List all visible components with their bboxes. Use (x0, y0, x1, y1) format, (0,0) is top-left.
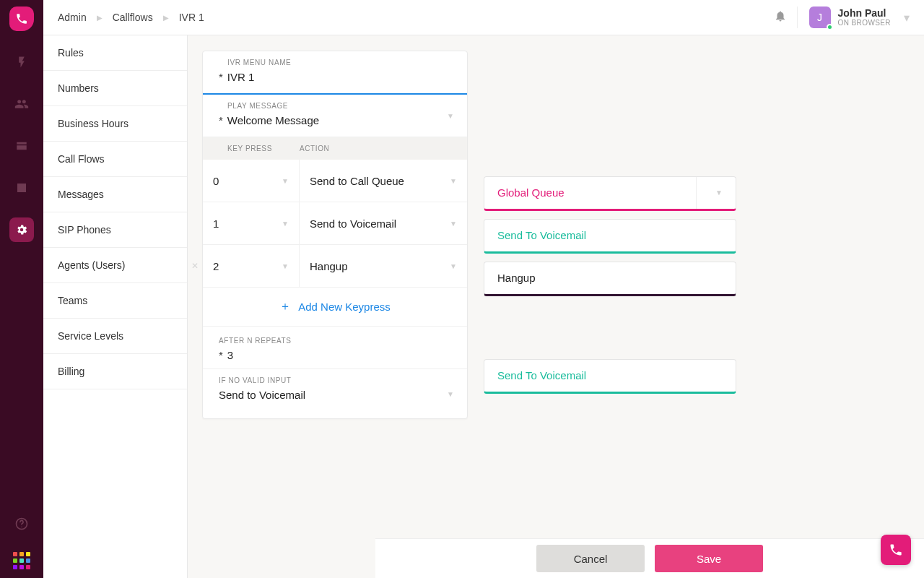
save-button[interactable]: Save (655, 545, 763, 572)
sidebar-item-call-flows[interactable]: Call Flows (43, 142, 187, 177)
add-keypress-button[interactable]: ＋ Add New Keypress (203, 288, 467, 327)
keypress-rows: 0▼ Send to Call Queue▼ 1▼ Send to Voicem… (203, 160, 467, 288)
chevron-right-icon: ▶ (97, 14, 103, 22)
avatar: J (809, 7, 831, 28)
sidebar-item-teams[interactable]: Teams (43, 283, 187, 319)
chevron-down-icon: ▼ (443, 220, 457, 228)
keypress-action-select[interactable]: Send to Voicemail▼ (300, 202, 467, 244)
presence-indicator (827, 24, 833, 30)
node-hangup[interactable]: Hangup (484, 262, 736, 296)
card-icon[interactable] (9, 134, 34, 158)
apps-icon[interactable] (13, 552, 30, 569)
plus-icon: ＋ (279, 299, 291, 314)
no-valid-input-label: IF NO VALID INPUT (219, 376, 451, 384)
user-status: ON BROWSER (838, 19, 891, 27)
keypress-action-select[interactable]: Send to Call Queue▼ (300, 160, 467, 202)
after-repeats-value: 3 (227, 349, 233, 361)
help-icon[interactable] (9, 512, 34, 536)
breadcrumb-current: IVR 1 (179, 12, 204, 23)
user-menu[interactable]: J John Paul ON BROWSER ▾ (797, 7, 910, 28)
remove-row-icon[interactable]: ✕ (191, 261, 199, 271)
breadcrumb: Admin ▶ Callflows ▶ IVR 1 (58, 12, 204, 23)
flash-icon[interactable] (9, 50, 34, 74)
people-icon[interactable] (9, 92, 34, 116)
footer-bar: Cancel Save (375, 538, 924, 578)
chevron-down-icon: ▼ (715, 189, 723, 197)
svg-point-1 (21, 527, 22, 527)
settings-sidebar: Rules Numbers Business Hours Call Flows … (43, 0, 188, 578)
sidebar-item-billing[interactable]: Billing (43, 354, 187, 389)
no-valid-input-value: Send to Voicemail (219, 389, 305, 401)
chevron-down-icon: ▼ (447, 112, 454, 120)
ivr-card: IVR MENU NAME *IVR 1 PLAY MESSAGE *Welco… (202, 51, 468, 419)
sidebar-item-messages[interactable]: Messages (43, 177, 187, 212)
node-voicemail-fallback[interactable]: Send To Voicemail (484, 359, 736, 394)
keypress-row: 0▼ Send to Call Queue▼ (203, 160, 467, 202)
notifications-icon[interactable] (774, 9, 787, 25)
ivr-name-label: IVR MENU NAME (227, 59, 451, 66)
dialer-fab[interactable] (881, 535, 911, 565)
sidebar-item-business-hours[interactable]: Business Hours (43, 106, 187, 142)
chevron-down-icon: ▼ (274, 177, 289, 185)
after-repeats-label: AFTER N REPEATS (219, 337, 451, 345)
settings-icon[interactable] (9, 217, 34, 242)
keypress-key-select[interactable]: 2▼ (203, 245, 300, 287)
keypress-key-select[interactable]: 0▼ (203, 160, 300, 202)
keypress-row: 1▼ Send to Voicemail▼ (203, 202, 467, 245)
sidebar-item-sip-phones[interactable]: SIP Phones (43, 212, 187, 248)
sidebar-item-agents[interactable]: Agents (Users) (43, 248, 187, 283)
chevron-down-icon: ▼ (274, 262, 289, 270)
keypress-action-select[interactable]: Hangup▼ (300, 245, 467, 287)
breadcrumb-admin[interactable]: Admin (58, 12, 87, 23)
chevron-right-icon: ▶ (163, 14, 169, 22)
no-valid-input-section[interactable]: IF NO VALID INPUT Send to Voicemail ▼ (203, 369, 467, 418)
sidebar-item-numbers[interactable]: Numbers (43, 71, 187, 106)
keypress-key-select[interactable]: 1▼ (203, 202, 300, 244)
keypress-header: KEY PRESS ACTION (203, 137, 467, 160)
content-area: IVR MENU NAME *IVR 1 PLAY MESSAGE *Welco… (188, 0, 924, 578)
play-message-value: Welcome Message (227, 114, 319, 126)
app-logo[interactable] (9, 7, 34, 31)
node-call-queue[interactable]: Global Queue ▼ (484, 176, 736, 211)
reports-icon[interactable] (9, 176, 34, 200)
ivr-name-value: IVR 1 (227, 71, 255, 83)
sidebar-item-rules[interactable]: Rules (43, 35, 187, 71)
ivr-name-section[interactable]: IVR MENU NAME *IVR 1 (203, 51, 467, 95)
play-message-section[interactable]: PLAY MESSAGE *Welcome Message ▼ (203, 95, 467, 137)
user-name: John Paul (838, 8, 891, 19)
cancel-button[interactable]: Cancel (536, 545, 645, 572)
after-repeats-section[interactable]: AFTER N REPEATS *3 (203, 327, 467, 369)
play-message-label: PLAY MESSAGE (227, 102, 451, 110)
flow-nodes: Global Queue ▼ Send To Voicemail Hangup … (484, 51, 736, 397)
chevron-down-icon: ▼ (443, 262, 457, 270)
breadcrumb-callflows[interactable]: Callflows (113, 12, 153, 23)
sidebar-item-service-levels[interactable]: Service Levels (43, 319, 187, 354)
chevron-down-icon: ▼ (447, 390, 454, 398)
main-pane: IVR MENU NAME *IVR 1 PLAY MESSAGE *Welco… (188, 0, 924, 578)
keypress-row: ✕ 2▼ Hangup▼ (203, 245, 467, 288)
chevron-down-icon: ▼ (443, 177, 457, 185)
chevron-down-icon: ▾ (904, 11, 910, 25)
nav-rail (0, 0, 43, 578)
chevron-down-icon: ▼ (274, 220, 289, 228)
top-bar: Admin ▶ Callflows ▶ IVR 1 J John Paul ON… (43, 0, 924, 35)
node-voicemail[interactable]: Send To Voicemail (484, 219, 736, 254)
